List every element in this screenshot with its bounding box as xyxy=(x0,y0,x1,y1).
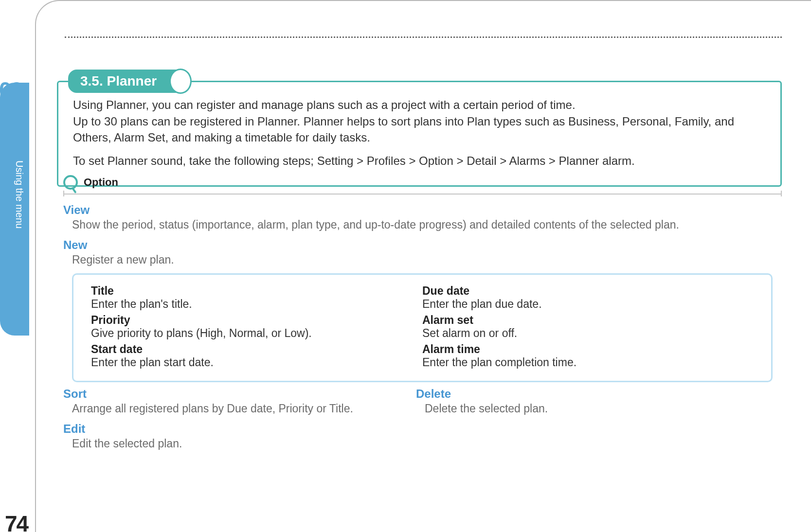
option-new-heading: New xyxy=(63,238,783,252)
field-alarmtime-desc: Enter the plan completion time. xyxy=(422,356,754,369)
option-edit-desc: Edit the selected plan. xyxy=(72,437,783,451)
section-planner-box: 3.5. Planner Using Planner, you can regi… xyxy=(57,81,782,187)
section-para-1: Using Planner, you can register and mana… xyxy=(73,97,766,146)
option-new-desc: Register a new plan. xyxy=(72,253,783,267)
option-tick-right xyxy=(781,191,782,196)
option-underline xyxy=(63,194,782,195)
new-plan-fields-box: Title Enter the plan's title. Priority G… xyxy=(72,273,773,382)
option-delete-desc: Delete the selected plan. xyxy=(425,402,783,416)
option-sort-desc: Arrange all registered plans by Due date… xyxy=(72,402,431,416)
option-edit-heading: Edit xyxy=(63,422,783,436)
content-area: View Show the period, status (importance… xyxy=(63,203,783,457)
field-duedate-desc: Enter the plan due date. xyxy=(422,298,754,311)
magnifier-icon xyxy=(63,175,78,190)
field-priority-label: Priority xyxy=(91,314,422,327)
field-title-desc: Enter the plan's title. xyxy=(91,298,422,311)
option-view-desc: Show the period, status (importance, ala… xyxy=(72,218,783,232)
section-body: Using Planner, you can register and mana… xyxy=(73,97,766,169)
option-delete-heading: Delete xyxy=(416,387,783,401)
fields-column-left: Title Enter the plan's title. Priority G… xyxy=(91,284,422,372)
chapter-number: 03 xyxy=(0,77,22,103)
option-sort-heading: Sort xyxy=(63,387,431,401)
field-duedate-label: Due date xyxy=(422,284,754,298)
field-alarmset-label: Alarm set xyxy=(422,314,754,327)
section-para-2: To set Planner sound, take the following… xyxy=(73,153,766,169)
option-tick-left xyxy=(63,191,64,196)
field-alarmset-desc: Set alarm on or off. xyxy=(422,327,754,340)
option-view-heading: View xyxy=(63,203,783,217)
section-title-tab: 3.5. Planner xyxy=(68,70,187,93)
field-priority-desc: Give priority to plans (High, Normal, or… xyxy=(91,327,422,340)
chapter-title: Using the menu xyxy=(14,160,25,229)
field-startdate-desc: Enter the plan start date. xyxy=(91,356,422,369)
dotted-divider xyxy=(65,36,782,38)
field-alarmtime-label: Alarm time xyxy=(422,343,754,356)
field-title-label: Title xyxy=(91,284,422,298)
option-label: Option xyxy=(84,176,118,189)
field-startdate-label: Start date xyxy=(91,343,422,356)
page-number: 74 xyxy=(5,511,28,532)
option-header-row: Option xyxy=(63,175,782,190)
sort-delete-row: Sort Arrange all registered plans by Due… xyxy=(63,387,783,422)
fields-column-right: Due date Enter the plan due date. Alarm … xyxy=(422,284,754,372)
